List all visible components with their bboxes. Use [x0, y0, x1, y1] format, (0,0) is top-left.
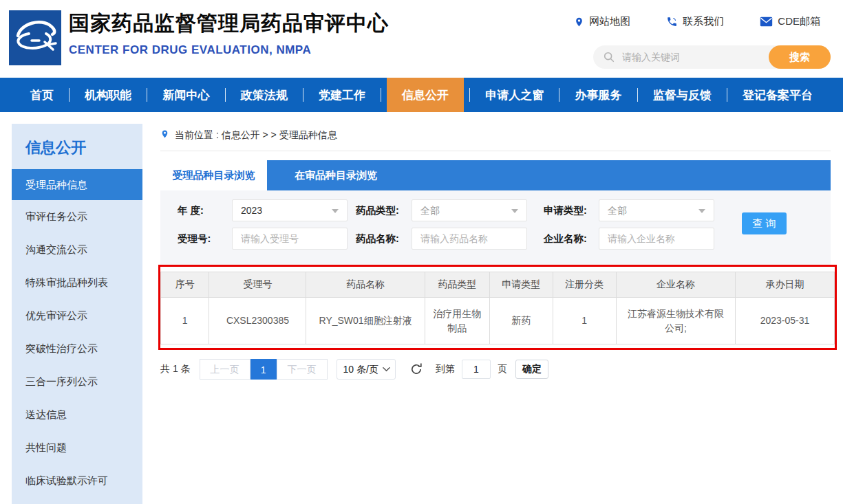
sidebar-item-accepted-varieties[interactable]: 受理品种信息 [12, 169, 142, 200]
nav-item-party[interactable]: 党建工作 [309, 78, 375, 112]
tab-accepted-catalog[interactable]: 受理品种目录浏览 [160, 160, 267, 190]
drug-type-select[interactable]: 全部 [412, 199, 527, 221]
sidebar-item-breakthrough-therapy[interactable]: 突破性治疗公示 [12, 332, 142, 365]
page-size-select[interactable]: 10 条/页 [337, 359, 396, 380]
year-label: 年 度: [178, 204, 232, 217]
mailbox-link[interactable]: CDE邮箱 [760, 15, 820, 28]
sidebar-title: 信息公开 [12, 124, 142, 169]
nav-item-registration-platform[interactable]: 登记备案平台 [733, 78, 822, 112]
nav-item-home[interactable]: 首页 [21, 78, 63, 112]
col-seq: 序号 [161, 272, 209, 298]
nav-item-info-disclosure[interactable]: 信息公开 [387, 78, 464, 112]
nav-item-services[interactable]: 办事服务 [566, 78, 632, 112]
nav-item-applicant-window[interactable]: 申请人之窗 [476, 78, 553, 112]
apply-type-label: 申请类型: [544, 204, 599, 217]
filter-row-1: 年 度: 2023 药品类型: 全部 申请类型: 全部 [160, 199, 831, 221]
nav-separator [303, 88, 303, 102]
sidebar-item-three-in-one[interactable]: 三合一序列公示 [12, 365, 142, 398]
sidebar-item-clinical-trial-implied-license[interactable]: 临床试验默示许可 [12, 464, 142, 497]
sidebar-item-review-tasks[interactable]: 审评任务公示 [12, 200, 142, 233]
nav-separator [637, 88, 638, 102]
sidebar-item-special-approval[interactable]: 特殊审批品种列表 [12, 266, 142, 299]
sidebar-item-common-issues[interactable]: 共性问题 [12, 431, 142, 464]
col-drug-type: 药品类型 [425, 272, 489, 298]
apply-type-select-value: 全部 [608, 205, 627, 216]
nav-separator [69, 88, 70, 102]
breadcrumb-pin-icon [160, 129, 169, 142]
page: 国家药品监督管理局药品审评中心 CENTER FOR DRUG EVALUATI… [0, 0, 843, 504]
search-button[interactable]: 搜索 [769, 45, 831, 69]
drug-name-input[interactable] [412, 228, 527, 250]
col-handle-date: 承办日期 [736, 272, 835, 298]
sidebar: 信息公开 受理品种信息 审评任务公示 沟通交流公示 特殊审批品种列表 优先审评公… [12, 124, 142, 504]
nav-separator [225, 88, 226, 102]
page-number-1[interactable]: 1 [250, 359, 277, 380]
pagination: 共 1 条 上一页 1 下一页 10 条/页 到第 页 确定 [160, 359, 831, 380]
filter-row-2: 受理号: 药品名称: 企业名称: [160, 228, 831, 250]
nav-item-news[interactable]: 新闻中心 [153, 78, 219, 112]
tab-under-review-catalog[interactable]: 在审品种目录浏览 [267, 160, 405, 190]
page-size-value: 10 条/页 [343, 364, 378, 375]
confirm-button[interactable]: 确定 [515, 360, 548, 379]
quick-links: 网站地图 联系我们 CDE邮箱 [574, 15, 820, 28]
company-input[interactable] [599, 228, 714, 250]
breadcrumb-text: 当前位置 : 信息公开 > > 受理品种信息 [175, 129, 337, 142]
sitemap-link[interactable]: 网站地图 [574, 15, 630, 28]
chevron-down-icon [332, 209, 339, 213]
nav-separator [381, 88, 381, 102]
highlight-rectangle: 序号 受理号 药品名称 药品类型 申请类型 注册分类 企业名称 承办日期 1 C… [158, 265, 837, 350]
goto-page-input[interactable] [462, 360, 491, 379]
next-page-button[interactable]: 下一页 [277, 359, 328, 380]
cell-handle-date: 2023-05-31 [736, 298, 835, 344]
breadcrumb: 当前位置 : 信息公开 > > 受理品种信息 [160, 125, 831, 151]
page-unit-label: 页 [498, 363, 507, 375]
col-acceptance-number: 受理号 [209, 272, 306, 298]
nav-item-functions[interactable]: 机构职能 [75, 78, 141, 112]
sidebar-item-priority-review[interactable]: 优先审评公示 [12, 299, 142, 332]
drug-name-label: 药品名称: [356, 232, 412, 245]
site-title-block: 国家药品监督管理局药品审评中心 CENTER FOR DRUG EVALUATI… [69, 10, 389, 57]
col-drug-name: 药品名称 [306, 272, 425, 298]
query-button[interactable]: 查 询 [742, 212, 787, 234]
nav-separator [469, 88, 470, 102]
year-select[interactable]: 2023 [232, 199, 348, 221]
col-apply-type: 申请类型 [489, 272, 553, 298]
search-bar: 搜索 [593, 45, 831, 69]
header: 国家药品监督管理局药品审评中心 CENTER FOR DRUG EVALUATI… [0, 0, 843, 78]
nav-separator [559, 88, 559, 102]
accept-no-input[interactable] [232, 228, 348, 250]
prev-page-button[interactable]: 上一页 [200, 359, 250, 380]
cde-logo [9, 10, 61, 65]
nav-item-supervision[interactable]: 监督与反馈 [643, 78, 721, 112]
swallow-logo-icon [9, 10, 61, 65]
chevron-down-icon [383, 366, 390, 372]
apply-type-select[interactable]: 全部 [599, 199, 714, 221]
sidebar-item-delivery-info[interactable]: 送达信息 [12, 398, 142, 431]
cell-seq: 1 [161, 298, 209, 344]
company-label: 企业名称: [544, 232, 599, 245]
site-subtitle: CENTER FOR DRUG EVALUATION, NMPA [69, 43, 389, 57]
nav-item-policies[interactable]: 政策法规 [231, 78, 297, 112]
main-content: 当前位置 : 信息公开 > > 受理品种信息 受理品种目录浏览 在审品种目录浏览… [160, 125, 831, 380]
nav-separator [727, 88, 727, 102]
results-table: 序号 受理号 药品名称 药品类型 申请类型 注册分类 企业名称 承办日期 1 C… [160, 272, 835, 344]
main-nav: 首页 机构职能 新闻中心 政策法规 党建工作 信息公开 申请人之窗 办事服务 监… [0, 78, 843, 112]
accept-no-label: 受理号: [178, 232, 232, 245]
col-company-name: 企业名称 [616, 272, 735, 298]
location-pin-icon [574, 16, 584, 28]
sitemap-label: 网站地图 [589, 15, 630, 28]
drug-type-label: 药品类型: [356, 204, 412, 217]
cell-drug-name: RY_SW01细胞注射液 [306, 298, 425, 344]
search-input[interactable] [593, 45, 765, 69]
sidebar-item-communication[interactable]: 沟通交流公示 [12, 233, 142, 266]
cell-company-name: 江苏睿源生物技术有限公司; [616, 298, 735, 344]
site-title: 国家药品监督管理局药品审评中心 [69, 10, 389, 38]
chevron-down-icon [511, 209, 518, 213]
filter-panel: 年 度: 2023 药品类型: 全部 申请类型: 全部 受理号: [160, 190, 831, 265]
total-count: 共 1 条 [160, 363, 191, 375]
tab-bar: 受理品种目录浏览 在审品种目录浏览 [160, 160, 831, 190]
cell-drug-type: 治疗用生物制品 [425, 298, 489, 344]
refresh-icon[interactable] [409, 362, 423, 376]
cell-registration-class: 1 [553, 298, 616, 344]
contact-link[interactable]: 联系我们 [666, 15, 724, 28]
